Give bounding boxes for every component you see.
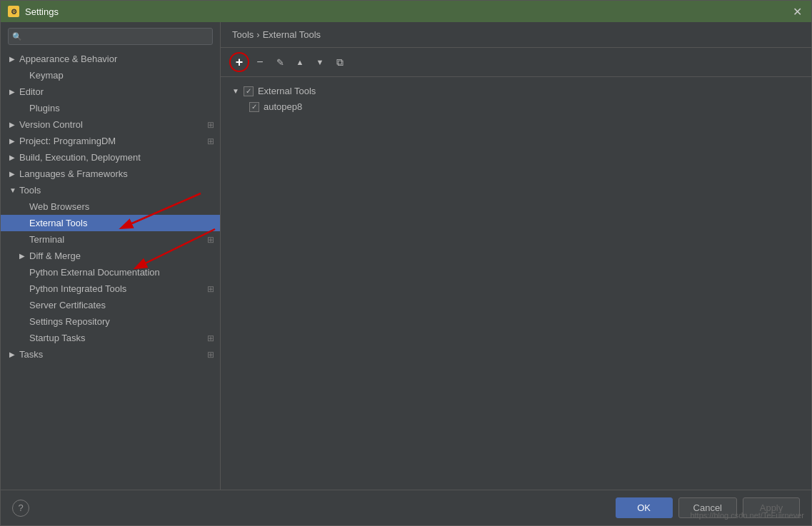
sidebar-item-label: Terminal bbox=[29, 234, 207, 245]
title-bar-left: ⚙ Settings bbox=[8, 6, 59, 17]
arrow-icon: ▶ bbox=[9, 55, 19, 63]
sidebar-item-plugins[interactable]: Plugins bbox=[1, 100, 220, 116]
sidebar-item-build[interactable]: ▶ Build, Execution, Deployment bbox=[1, 149, 220, 166]
sidebar-item-python-ext-doc[interactable]: Python External Documentation bbox=[1, 264, 220, 280]
ok-button[interactable]: OK bbox=[616, 497, 673, 518]
copy-icon: ⊞ bbox=[207, 136, 214, 146]
sidebar-item-label: Editor bbox=[19, 86, 214, 97]
sidebar-item-label: Keymap bbox=[29, 70, 214, 81]
sidebar-item-label: Web Browsers bbox=[29, 201, 214, 212]
sidebar-item-terminal[interactable]: Terminal ⊞ bbox=[1, 231, 220, 248]
group-expand-icon: ▼ bbox=[232, 87, 239, 95]
search-input[interactable] bbox=[8, 28, 213, 45]
sidebar-item-label: Python External Documentation bbox=[29, 267, 214, 278]
sidebar-item-label: Appearance & Behavior bbox=[19, 54, 214, 64]
group-checkbox[interactable] bbox=[244, 86, 254, 96]
main-content: 🔍 ▶ Appearance & Behavior Keymap ▶ Edito… bbox=[1, 22, 811, 490]
arrow-icon: ▶ bbox=[9, 170, 19, 178]
copy-icon: ⊞ bbox=[207, 333, 214, 343]
sidebar-item-label: Languages & Frameworks bbox=[19, 168, 214, 179]
sidebar-item-settings-repo[interactable]: Settings Repository bbox=[1, 313, 220, 330]
sidebar-item-project[interactable]: ▶ Project: ProgramingDM ⊞ bbox=[1, 133, 220, 149]
sidebar-item-label: Settings Repository bbox=[29, 316, 214, 327]
move-up-button[interactable]: ▲ bbox=[291, 53, 309, 71]
search-box: 🔍 bbox=[8, 28, 213, 45]
breadcrumb-root: Tools bbox=[232, 29, 254, 40]
copy-icon: ⊞ bbox=[207, 120, 214, 130]
settings-window: ⚙ Settings ✕ 🔍 ▶ Appearance & Behavior bbox=[0, 0, 812, 526]
sidebar-item-label: Startup Tasks bbox=[29, 333, 207, 343]
title-bar: ⚙ Settings ✕ bbox=[1, 1, 811, 22]
sidebar: 🔍 ▶ Appearance & Behavior Keymap ▶ Edito… bbox=[1, 22, 221, 490]
bottom-left: ? bbox=[12, 500, 29, 517]
edit-tool-button[interactable]: ✎ bbox=[271, 53, 289, 71]
tool-checkbox[interactable] bbox=[249, 102, 259, 112]
sidebar-item-diff-merge[interactable]: ▶ Diff & Merge bbox=[1, 248, 220, 264]
add-tool-button[interactable]: + bbox=[229, 52, 249, 72]
breadcrumb-current: External Tools bbox=[263, 29, 321, 40]
tool-group-label: External Tools bbox=[258, 86, 316, 96]
sidebar-item-languages[interactable]: ▶ Languages & Frameworks bbox=[1, 166, 220, 182]
tool-tree-panel: ▼ External Tools autopep8 bbox=[221, 77, 811, 490]
breadcrumb: Tools › External Tools bbox=[221, 22, 811, 48]
sidebar-item-label: Diff & Merge bbox=[29, 251, 214, 261]
copy-icon: ⊞ bbox=[207, 350, 214, 360]
sidebar-item-version-control[interactable]: ▶ Version Control ⊞ bbox=[1, 116, 220, 133]
sidebar-item-keymap[interactable]: Keymap bbox=[1, 67, 220, 84]
right-panel: Tools › External Tools + − ✎ ▲ ▼ ⧉ bbox=[221, 22, 811, 490]
sidebar-item-web-browsers[interactable]: Web Browsers bbox=[1, 198, 220, 215]
breadcrumb-separator: › bbox=[256, 29, 259, 40]
sidebar-item-label: Tools bbox=[19, 185, 214, 196]
remove-tool-button[interactable]: − bbox=[251, 53, 269, 71]
tool-item-autopep8[interactable]: autopep8 bbox=[226, 99, 806, 114]
arrow-icon: ▶ bbox=[9, 153, 19, 161]
close-button[interactable]: ✕ bbox=[790, 4, 804, 19]
help-button[interactable]: ? bbox=[12, 500, 29, 517]
sidebar-tree: ▶ Appearance & Behavior Keymap ▶ Editor … bbox=[1, 51, 220, 490]
sidebar-item-label: External Tools bbox=[29, 218, 214, 228]
bottom-bar: ? OK Cancel Apply bbox=[1, 490, 811, 525]
sidebar-item-startup-tasks[interactable]: Startup Tasks ⊞ bbox=[1, 330, 220, 346]
arrow-icon: ▼ bbox=[9, 186, 19, 194]
sidebar-item-python-int-tools[interactable]: Python Integrated Tools ⊞ bbox=[1, 280, 220, 297]
sidebar-item-label: Plugins bbox=[29, 103, 214, 113]
arrow-icon: ▶ bbox=[9, 121, 19, 128]
arrow-icon: ▶ bbox=[9, 88, 19, 96]
add-button-container: + bbox=[229, 52, 249, 72]
sidebar-item-appearance[interactable]: ▶ Appearance & Behavior bbox=[1, 51, 220, 67]
sidebar-item-server-certs[interactable]: Server Certificates bbox=[1, 297, 220, 313]
tool-name: autopep8 bbox=[264, 101, 302, 112]
sidebar-item-editor[interactable]: ▶ Editor bbox=[1, 84, 220, 100]
sidebar-item-label: Python Integrated Tools bbox=[29, 283, 207, 294]
watermark-url: https://blog.csdn.net/TeFuirnever bbox=[690, 511, 804, 520]
copy-icon: ⊞ bbox=[207, 284, 214, 294]
sidebar-item-label: Version Control bbox=[19, 119, 207, 130]
sidebar-item-tools[interactable]: ▼ Tools bbox=[1, 182, 220, 198]
move-down-button[interactable]: ▼ bbox=[311, 53, 329, 71]
copy-tool-button[interactable]: ⧉ bbox=[331, 53, 349, 71]
tool-group-external-tools: ▼ External Tools bbox=[226, 83, 806, 99]
app-icon: ⚙ bbox=[8, 6, 19, 17]
toolbar: + − ✎ ▲ ▼ ⧉ bbox=[221, 48, 811, 77]
arrow-icon: ▶ bbox=[19, 252, 29, 260]
sidebar-item-label: Tasks bbox=[19, 349, 207, 360]
arrow-icon: ▶ bbox=[9, 350, 19, 358]
arrow-icon: ▶ bbox=[9, 137, 19, 145]
sidebar-item-label: Build, Execution, Deployment bbox=[19, 152, 214, 163]
window-title: Settings bbox=[25, 6, 59, 17]
sidebar-item-label: Server Certificates bbox=[29, 300, 214, 310]
copy-icon: ⊞ bbox=[207, 235, 214, 245]
search-icon: 🔍 bbox=[12, 32, 22, 41]
sidebar-item-external-tools[interactable]: External Tools bbox=[1, 215, 220, 231]
sidebar-item-tasks[interactable]: ▶ Tasks ⊞ bbox=[1, 346, 220, 363]
sidebar-item-label: Project: ProgramingDM bbox=[19, 136, 207, 146]
